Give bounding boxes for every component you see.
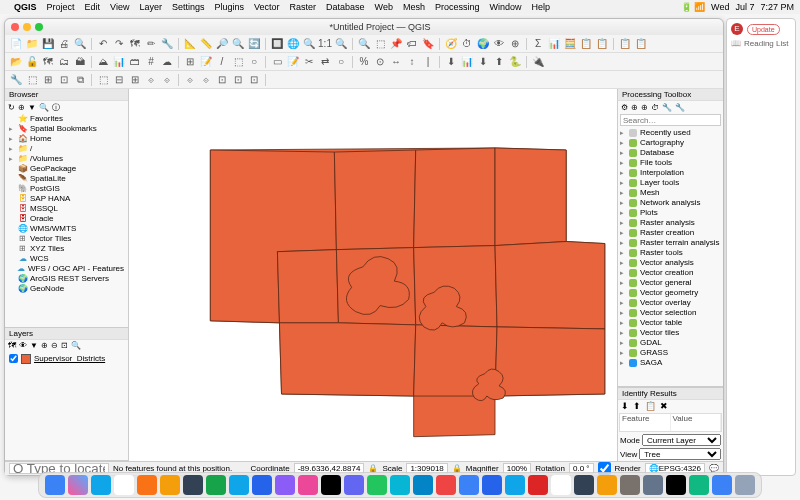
toolbar-button[interactable]: ⊡	[57, 73, 71, 87]
toolbar-button[interactable]: ↕	[405, 55, 419, 69]
browser-item[interactable]: 📦GeoPackage	[7, 164, 126, 174]
toolbar-button[interactable]: ⊡	[215, 73, 229, 87]
browser-item[interactable]: 🗄MSSQL	[7, 204, 126, 214]
toolbar-button[interactable]: ⬚	[373, 37, 387, 51]
browser-item[interactable]: ☁WCS	[7, 254, 126, 264]
layers-toolbar-button[interactable]: ⊖	[51, 341, 58, 350]
toolbar-button[interactable]: 🔲	[270, 37, 284, 51]
toolbar-button[interactable]: ⬆	[492, 55, 506, 69]
toolbar-button[interactable]: ⊡	[231, 73, 245, 87]
browser-item[interactable]: ▸🏠Home	[7, 134, 126, 144]
dock-app-icon[interactable]	[183, 475, 203, 495]
dock-app-icon[interactable]	[252, 475, 272, 495]
toolbar-button[interactable]: Σ	[531, 37, 545, 51]
toolbar-button[interactable]: ⬚	[25, 73, 39, 87]
menu-mesh[interactable]: Mesh	[403, 2, 425, 12]
dock-app-icon[interactable]	[413, 475, 433, 495]
toolbar-button[interactable]: 🔎	[215, 37, 229, 51]
layers-toolbar-button[interactable]: ▼	[30, 341, 38, 350]
processing-toolbar-button[interactable]: 🔧	[675, 103, 685, 112]
layer-name[interactable]: Supervisor_Districts	[34, 354, 105, 363]
toolbar-button[interactable]: 🔧	[160, 37, 174, 51]
menu-project[interactable]: Project	[47, 2, 75, 12]
layer-visibility-checkbox[interactable]	[9, 354, 18, 363]
dock-app-icon[interactable]	[459, 475, 479, 495]
toolbar-button[interactable]: #	[144, 55, 158, 69]
toolbar-button[interactable]: 📏	[199, 37, 213, 51]
layers-toolbar-button[interactable]: ⊡	[61, 341, 68, 350]
toolbar-button[interactable]: /	[215, 55, 229, 69]
toolbar-button[interactable]: ⊕	[508, 37, 522, 51]
browser-item[interactable]: ⭐Favorites	[7, 114, 126, 124]
menu-processing[interactable]: Processing	[435, 2, 480, 12]
browser-item[interactable]: 🗄Oracle	[7, 214, 126, 224]
browser-toolbar-button[interactable]: ⊕	[18, 103, 25, 112]
dock-app-icon[interactable]	[321, 475, 341, 495]
layer-row[interactable]: Supervisor_Districts	[9, 354, 124, 364]
toolbar-button[interactable]: 👁	[492, 37, 506, 51]
dock-app-icon[interactable]	[735, 475, 755, 495]
layers-toolbar-button[interactable]: 👁	[19, 341, 27, 350]
toolbar-button[interactable]: 🏔	[73, 55, 87, 69]
identify-clear-icon[interactable]: ✖	[660, 401, 668, 411]
toolbar-button[interactable]: 🔧	[9, 73, 23, 87]
toolbar-button[interactable]: 📐	[183, 37, 197, 51]
browser-item[interactable]: ▸📁/	[7, 144, 126, 154]
dock-app-icon[interactable]	[551, 475, 571, 495]
toolbar-button[interactable]: 📋	[595, 37, 609, 51]
toolbar-button[interactable]: 🔖	[421, 37, 435, 51]
dock-app-icon[interactable]	[528, 475, 548, 495]
processing-provider-item[interactable]: ▸Vector overlay	[620, 298, 721, 308]
toolbar-button[interactable]: 📊	[112, 55, 126, 69]
processing-toolbar-button[interactable]: ⊕	[641, 103, 648, 112]
toolbar-button[interactable]: ⟐	[144, 73, 158, 87]
map-canvas[interactable]	[129, 89, 617, 461]
menu-vector[interactable]: Vector	[254, 2, 280, 12]
toolbar-button[interactable]: 🔍	[302, 37, 316, 51]
browser-item[interactable]: ⊞Vector Tiles	[7, 234, 126, 244]
browser-toolbar-button[interactable]: ↻	[8, 103, 15, 112]
toolbar-button[interactable]: 🔍	[73, 37, 87, 51]
toolbar-button[interactable]: ⬚	[231, 55, 245, 69]
browser-item[interactable]: 🌐WMS/WMTS	[7, 224, 126, 234]
processing-provider-item[interactable]: ▸Vector table	[620, 318, 721, 328]
dock-app-icon[interactable]	[505, 475, 525, 495]
processing-provider-item[interactable]: ▸Vector geometry	[620, 288, 721, 298]
dock-app-icon[interactable]	[482, 475, 502, 495]
browser-toolbar-button[interactable]: 🔍	[39, 103, 49, 112]
browser-item[interactable]: 🪶SpatiaLite	[7, 174, 126, 184]
toolbar-button[interactable]: ☁	[160, 55, 174, 69]
dock-app-icon[interactable]	[436, 475, 456, 495]
toolbar-button[interactable]: ⬇	[476, 55, 490, 69]
menu-window[interactable]: Window	[489, 2, 521, 12]
processing-provider-item[interactable]: ▸GRASS	[620, 348, 721, 358]
toolbar-button[interactable]: ⬇	[444, 55, 458, 69]
toolbar-button[interactable]: ⊟	[112, 73, 126, 87]
browser-item[interactable]: ▸📁/Volumes	[7, 154, 126, 164]
processing-provider-item[interactable]: ▸Raster analysis	[620, 218, 721, 228]
dock-app-icon[interactable]	[137, 475, 157, 495]
browser-item[interactable]: ☁WFS / OGC API - Features	[7, 264, 126, 274]
reading-list-label[interactable]: Reading List	[744, 39, 788, 48]
dock-app-icon[interactable]	[712, 475, 732, 495]
identify-mode-select[interactable]: Current Layer	[642, 434, 721, 446]
toolbar-button[interactable]: 📊	[547, 37, 561, 51]
menu-settings[interactable]: Settings	[172, 2, 205, 12]
processing-provider-item[interactable]: ▸Vector tiles	[620, 328, 721, 338]
dock-app-icon[interactable]	[344, 475, 364, 495]
dock-app-icon[interactable]	[45, 475, 65, 495]
toolbar-button[interactable]: ▭	[270, 55, 284, 69]
dock-app-icon[interactable]	[367, 475, 387, 495]
menu-plugins[interactable]: Plugins	[214, 2, 244, 12]
toolbar-button[interactable]: ⟐	[160, 73, 174, 87]
dock-app-icon[interactable]	[689, 475, 709, 495]
toolbar-button[interactable]: ⛰	[96, 55, 110, 69]
toolbar-button[interactable]: ⊞	[128, 73, 142, 87]
browser-item[interactable]: 🌍ArcGIS REST Servers	[7, 274, 126, 284]
identify-copy-icon[interactable]: 📋	[645, 401, 656, 411]
processing-provider-item[interactable]: ▸SAGA	[620, 358, 721, 368]
dock-app-icon[interactable]	[275, 475, 295, 495]
dock-app-icon[interactable]	[390, 475, 410, 495]
processing-provider-item[interactable]: ▸Network analysis	[620, 198, 721, 208]
menu-database[interactable]: Database	[326, 2, 365, 12]
